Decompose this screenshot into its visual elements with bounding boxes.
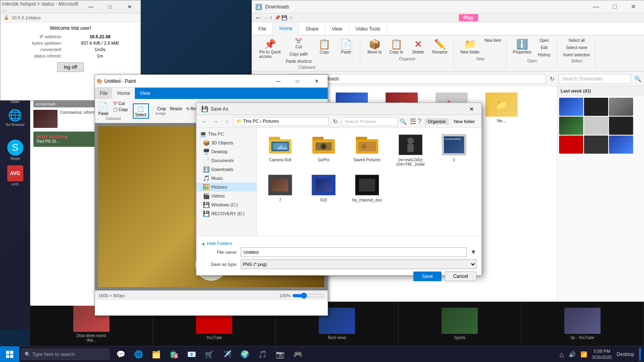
tab-video-tools[interactable]: Video Tools xyxy=(349,23,387,35)
tab-view[interactable]: View xyxy=(325,23,349,35)
mikrotik-maximize[interactable]: □ xyxy=(101,0,120,13)
tray-network[interactable]: 📶 xyxy=(580,351,587,358)
paint-close[interactable]: ✕ xyxy=(308,75,326,88)
dialog-file-hq[interactable]: hq_channel_doo xyxy=(347,171,387,204)
taskbar-camera[interactable]: 📷 xyxy=(272,346,288,362)
dialog-file-male[interactable]: (m=ewILG0y)(mh=FM...)male xyxy=(390,131,431,168)
tab-file[interactable]: File xyxy=(252,23,273,35)
mikrotik-url[interactable]: 10.5.0.1/status xyxy=(12,15,41,20)
dialog-forward[interactable]: → xyxy=(211,117,221,126)
open-btn[interactable]: Open xyxy=(535,37,554,43)
thumb-yt[interactable] xyxy=(559,136,583,154)
mikrotik-close[interactable]: ✕ xyxy=(120,0,139,13)
filename-dropdown[interactable]: ▼ xyxy=(470,249,477,256)
taskbar-explorer[interactable]: 🗂️ xyxy=(148,346,164,362)
sidebar-skype-icon[interactable]: S Skype xyxy=(2,138,28,162)
move-to-btn[interactable]: 📦 Move to xyxy=(364,37,385,56)
paint-maximize[interactable]: □ xyxy=(288,75,307,88)
sidebar-avg2-icon[interactable]: AVG AVG xyxy=(2,164,28,188)
invert-selection-btn[interactable]: Invert selection xyxy=(561,51,592,58)
dialog-sidebar-recovery[interactable]: 💾 RECOVERY (D:) xyxy=(196,209,256,218)
news-extra1[interactable]: 0p - YouTube xyxy=(521,302,644,346)
dialog-sidebar-downloads[interactable]: ⬇️ Downloads xyxy=(196,165,256,174)
taskbar-time[interactable]: 5:09 PM 3/16/2020 xyxy=(592,348,612,360)
savetype-select[interactable]: PNG (*.png) JPEG (*.jpg) BMP (*.bmp) GIF… xyxy=(241,259,477,269)
dialog-file-saved-pictures[interactable]: Saved Pictures xyxy=(347,131,387,168)
copy-path-btn[interactable]: Copy path xyxy=(284,51,313,57)
paint-paste-btn[interactable]: 📄 Paste xyxy=(97,101,110,117)
rename-btn[interactable]: ✏️ Rename xyxy=(429,37,450,56)
new-folder-btn[interactable]: 📁 New folder xyxy=(458,37,482,56)
show-desktop-btn[interactable] xyxy=(639,348,641,361)
history-btn[interactable]: History xyxy=(535,51,554,58)
thumb-4[interactable] xyxy=(559,117,583,135)
news-sport[interactable]: Sports xyxy=(398,302,521,346)
paint-select-btn[interactable]: ⬚ Select xyxy=(133,103,149,119)
paste-btn[interactable]: 📄 Paste xyxy=(336,37,357,64)
thumb-8[interactable] xyxy=(609,136,633,154)
paint-tab-view[interactable]: View xyxy=(135,88,155,99)
taskbar-tripadvisor[interactable]: ✈️ xyxy=(219,346,235,362)
dialog-help-btn[interactable]: ? xyxy=(418,118,421,125)
taskbar-cortana[interactable]: 💬 xyxy=(113,346,129,362)
taskbar-store[interactable]: 🛍️ xyxy=(166,346,182,362)
thumb-1[interactable] xyxy=(559,98,583,116)
dialog-sidebar-music[interactable]: 🎵 Music xyxy=(196,174,256,183)
taskbar-desktop-label[interactable]: Desktop xyxy=(617,352,634,357)
paste-shortcut-btn[interactable]: Paste shortcut xyxy=(284,58,313,64)
dialog-file-1[interactable]: screenshot 1 xyxy=(434,131,474,168)
dialog-back[interactable]: ← xyxy=(200,117,209,126)
paint-tab-home[interactable]: Home xyxy=(112,88,135,99)
pin-quick-access-btn[interactable]: 📌 Pin to Quickaccess xyxy=(257,37,283,64)
new-item-btn[interactable]: New item xyxy=(483,37,503,56)
dialog-up[interactable]: ↑ xyxy=(222,117,232,126)
paint-crop-btn[interactable]: Crop xyxy=(156,106,168,111)
dialog-search[interactable]: Search Pictures xyxy=(342,117,398,126)
file-item-4[interactable]: 📁 Ne... xyxy=(477,89,526,131)
back-arrow[interactable]: ← xyxy=(255,14,262,21)
taskbar-amazon[interactable]: 🛒 xyxy=(201,346,217,362)
thumb-3[interactable] xyxy=(609,98,633,116)
dialog-search-btn[interactable]: 🔍 xyxy=(400,118,407,125)
up-arrow[interactable]: ↑ xyxy=(270,15,272,21)
dialog-sidebar-docs[interactable]: 📄 Documents xyxy=(196,156,256,165)
dialog-sidebar-thispc[interactable]: 💻 This PC xyxy=(196,130,256,138)
fe-maximize-btn[interactable]: □ xyxy=(605,0,624,13)
select-all-btn[interactable]: Select all xyxy=(561,37,592,43)
dialog-file-gopro[interactable]: GoPro xyxy=(303,131,344,168)
paint-copy-btn[interactable]: 📋 Copy xyxy=(111,107,130,112)
taskbar-game[interactable]: 🎮 xyxy=(290,346,306,362)
tab-share[interactable]: Share xyxy=(299,23,325,35)
dialog-file-7[interactable]: 7 xyxy=(260,171,300,204)
taskbar-search[interactable]: 🔍 Type here to search xyxy=(21,349,109,360)
ribbon-chevron[interactable]: ▼ xyxy=(288,14,294,21)
dialog-sidebar-3d[interactable]: 📦 3D Objects xyxy=(196,138,256,147)
mikrotik-minimize[interactable]: — xyxy=(82,0,100,13)
thumb-6[interactable] xyxy=(609,117,633,135)
fe-close-btn[interactable]: ✕ xyxy=(624,0,642,13)
taskbar-browser2[interactable]: 🌍 xyxy=(237,346,253,362)
dialog-sidebar-videos[interactable]: 🎬 Videos xyxy=(196,191,256,200)
dialog-sidebar-pictures[interactable]: 🖼️ Pictures xyxy=(196,183,256,191)
start-button[interactable] xyxy=(0,346,19,362)
log-off-btn[interactable]: log off xyxy=(57,62,84,72)
tab-home[interactable]: Home xyxy=(273,23,299,35)
dialog-close-btn[interactable]: ✕ xyxy=(467,104,477,114)
thumb-5[interactable] xyxy=(584,117,608,135)
save-btn[interactable]: Save xyxy=(413,272,441,281)
dialog-organize-btn[interactable]: Organize xyxy=(425,118,449,125)
cut-btn[interactable]: ✂️ Cut xyxy=(284,37,313,50)
paint-resize-btn[interactable]: Resize xyxy=(168,106,184,111)
fe-minimize-btn[interactable]: — xyxy=(587,0,605,13)
zoom-slider[interactable] xyxy=(292,292,324,299)
taskbar-mail[interactable]: 📧 xyxy=(184,346,200,362)
properties-btn[interactable]: ℹ️ Properties xyxy=(510,37,534,58)
dialog-file-camera-roll[interactable]: Camera Roll xyxy=(260,131,300,168)
thumb-7[interactable] xyxy=(584,136,608,154)
dialog-file-610[interactable]: 610 xyxy=(303,171,344,204)
search-btn[interactable]: 🔍 xyxy=(633,74,642,84)
dialog-sidebar-winc[interactable]: 💾 Windows (C:) xyxy=(196,200,256,209)
filename-input[interactable] xyxy=(241,247,467,257)
dialog-refresh[interactable]: ↻ xyxy=(330,117,340,126)
cancel-btn[interactable]: Cancel xyxy=(445,272,477,281)
